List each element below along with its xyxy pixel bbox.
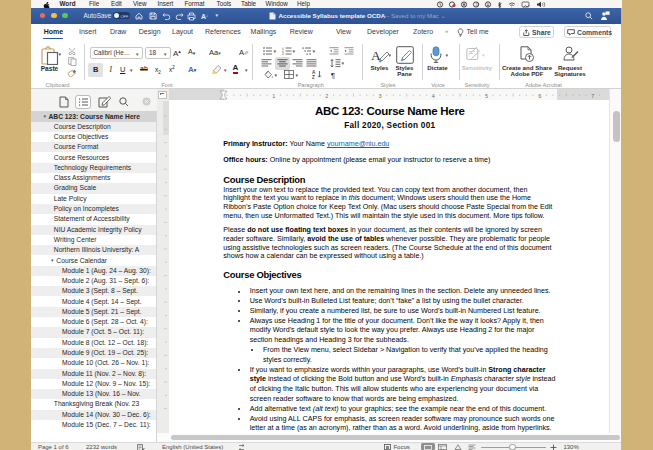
svg-text:4: 4 (432, 92, 435, 98)
svg-text:Z: Z (312, 75, 315, 79)
svg-text:6: 6 (538, 92, 541, 98)
svg-text:3: 3 (379, 92, 382, 98)
svg-text:1: 1 (272, 92, 275, 98)
svg-text:5: 5 (485, 92, 488, 98)
svg-text:7: 7 (591, 92, 594, 98)
svg-text:3: 3 (282, 52, 284, 55)
svg-text:2: 2 (325, 92, 328, 98)
